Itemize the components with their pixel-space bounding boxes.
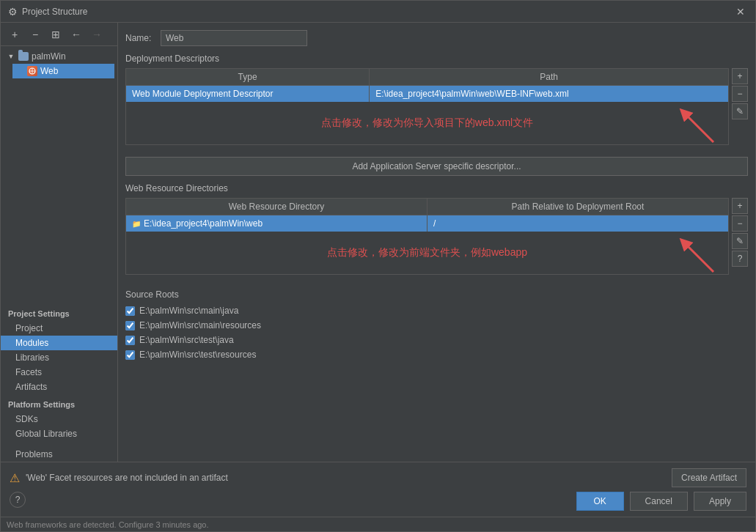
sidebar-item-artifacts[interactable]: Artifacts bbox=[1, 380, 117, 394]
deployment-descriptors-title: Deployment Descriptors bbox=[125, 53, 748, 64]
copy-button[interactable]: ⊞ bbox=[48, 26, 64, 43]
path-relative-cell: / bbox=[427, 215, 728, 232]
tree-child-label: Web bbox=[40, 66, 58, 76]
source-root-label-0: E:\palmWin\src\main\java bbox=[139, 306, 238, 316]
type-column-header: Type bbox=[126, 69, 370, 85]
web-resource-question-btn[interactable]: ? bbox=[732, 251, 748, 267]
path-relative-col-header: Path Relative to Deployment Root bbox=[427, 199, 728, 215]
name-input[interactable] bbox=[161, 30, 307, 46]
dialog-icon: ⚙ bbox=[8, 6, 18, 18]
warning-text: 'Web' Facet resources are not included i… bbox=[26, 473, 666, 483]
path-cell: E:\idea_project4\palmWin\web\WEB-INF\web… bbox=[370, 86, 728, 102]
web-resource-col-header: Web Resource Directory bbox=[126, 199, 427, 215]
name-field-row: Name: bbox=[125, 30, 748, 46]
create-artifact-button[interactable]: Create Artifact bbox=[672, 468, 746, 487]
web-resource-dir-cell: 📁 E:\idea_project4\palmWin\web bbox=[126, 215, 427, 232]
sidebar: + − ⊞ ← → ▼ palmWin bbox=[1, 23, 118, 462]
remove-button[interactable]: − bbox=[27, 26, 43, 43]
tree-child-web[interactable]: Web bbox=[12, 64, 114, 78]
svg-line-4 bbox=[684, 113, 713, 142]
sidebar-project-settings: Project Settings Project Modules Librari… bbox=[1, 303, 117, 394]
deployment-edit-btn[interactable]: ✎ bbox=[732, 103, 748, 119]
source-roots-section: Source Roots E:\palmWin\src\main\java E:… bbox=[125, 289, 748, 361]
web-resource-arrow-icon bbox=[677, 235, 721, 279]
tree-root-row[interactable]: ▼ palmWin bbox=[4, 49, 114, 64]
apply-button[interactable]: Apply bbox=[694, 492, 746, 511]
tree-child-indent bbox=[15, 67, 24, 75]
project-tree: ▼ palmWin Web bbox=[1, 46, 117, 81]
project-settings-header: Project Settings bbox=[1, 303, 117, 321]
add-button[interactable]: + bbox=[7, 26, 23, 43]
sidebar-item-problems[interactable]: Problems bbox=[1, 447, 117, 462]
deployment-table-header: Type Path bbox=[126, 69, 728, 86]
right-panel: Name: Deployment Descriptors Type Path W… bbox=[118, 23, 755, 462]
source-root-checkbox-1[interactable] bbox=[125, 321, 135, 330]
dialog-title: Project Structure bbox=[22, 7, 87, 17]
web-resource-remove-btn[interactable]: − bbox=[732, 215, 748, 232]
sidebar-platform-settings: Platform Settings SDKs Global Libraries bbox=[1, 394, 117, 441]
warning-row: ⚠ 'Web' Facet resources are not included… bbox=[10, 468, 746, 487]
sidebar-item-modules[interactable]: Modules bbox=[1, 336, 117, 350]
web-resource-add-btn[interactable]: + bbox=[732, 198, 748, 214]
svg-line-6 bbox=[684, 243, 713, 272]
deployment-table-row[interactable]: Web Module Deployment Descriptor E:\idea… bbox=[126, 86, 728, 102]
deployment-descriptors-wrapper: Type Path Web Module Deployment Descript… bbox=[125, 68, 748, 151]
cancel-button[interactable]: Cancel bbox=[630, 492, 688, 511]
web-resource-directories-wrapper: Web Resource Directory Path Relative to … bbox=[125, 198, 748, 281]
sidebar-item-sdks[interactable]: SDKs bbox=[1, 412, 117, 426]
web-resource-edit-btn[interactable]: ✎ bbox=[732, 233, 748, 249]
sidebar-item-project[interactable]: Project bbox=[1, 321, 117, 336]
bottom-bar: ⚠ 'Web' Facet resources are not included… bbox=[1, 462, 755, 517]
help-button[interactable]: ? bbox=[10, 492, 26, 508]
source-root-item-1: E:\palmWin\src\main\resources bbox=[125, 319, 748, 332]
project-structure-dialog: ⚙ Project Structure ✕ + − ⊞ ← → ▼ bbox=[0, 0, 756, 532]
folder-icon bbox=[18, 51, 29, 62]
back-button[interactable]: ← bbox=[68, 26, 84, 43]
source-root-checkbox-2[interactable] bbox=[125, 336, 135, 345]
web-resource-table-body: 📁 E:\idea_project4\palmWin\web / 点击修改，修改… bbox=[126, 215, 728, 274]
sidebar-toolbar: + − ⊞ ← → bbox=[1, 23, 117, 46]
web-resource-side-buttons: + − ✎ ? bbox=[732, 198, 748, 281]
sidebar-spacer bbox=[1, 81, 117, 303]
platform-settings-header: Platform Settings bbox=[1, 394, 117, 412]
title-bar: ⚙ Project Structure ✕ bbox=[1, 1, 755, 23]
source-root-label-1: E:\palmWin\src\main\resources bbox=[139, 320, 261, 330]
web-resource-directories-title: Web Resource Directories bbox=[125, 183, 748, 193]
source-root-label-2: E:\palmWin\src\test\java bbox=[139, 335, 234, 345]
forward-button[interactable]: → bbox=[89, 26, 105, 43]
source-root-label-3: E:\palmWin\src\test\resources bbox=[139, 350, 256, 360]
tree-children: Web bbox=[4, 64, 114, 78]
deployment-annotation-text: 点击修改，修改为你导入项目下的web.xml文件 bbox=[321, 117, 533, 130]
warning-icon: ⚠ bbox=[10, 471, 20, 485]
tree-expand-icon: ▼ bbox=[7, 52, 15, 61]
status-text: Web frameworks are detected. Configure 3… bbox=[7, 520, 209, 529]
deployment-table-body: Web Module Deployment Descriptor E:\idea… bbox=[126, 86, 728, 144]
sidebar-item-facets[interactable]: Facets bbox=[1, 365, 117, 380]
main-content: + − ⊞ ← → ▼ palmWin bbox=[1, 23, 755, 462]
web-resource-annotation: 点击修改，修改为前端文件夹，例如webapp bbox=[126, 232, 728, 274]
source-roots-list: E:\palmWin\src\main\java E:\palmWin\src\… bbox=[125, 304, 748, 361]
action-row: ? OK Cancel Apply bbox=[10, 492, 746, 511]
source-root-item-0: E:\palmWin\src\main\java bbox=[125, 304, 748, 317]
add-server-descriptor-button[interactable]: Add Application Server specific descript… bbox=[125, 157, 748, 176]
deployment-add-btn[interactable]: + bbox=[732, 68, 748, 84]
deployment-side-buttons: + − ✎ bbox=[732, 68, 748, 151]
web-resource-annotation-text: 点击修改，修改为前端文件夹，例如webapp bbox=[327, 246, 527, 259]
source-root-checkbox-3[interactable] bbox=[125, 350, 135, 360]
web-resource-table-header: Web Resource Directory Path Relative to … bbox=[126, 199, 728, 215]
source-roots-title: Source Roots bbox=[125, 289, 748, 300]
sidebar-problems: Problems bbox=[1, 441, 117, 462]
sidebar-item-global-libraries[interactable]: Global Libraries bbox=[1, 426, 117, 441]
type-cell: Web Module Deployment Descriptor bbox=[126, 86, 370, 102]
path-column-header: Path bbox=[370, 69, 728, 85]
deployment-descriptors-table: Type Path Web Module Deployment Descript… bbox=[125, 68, 729, 145]
source-root-item-2: E:\palmWin\src\test\java bbox=[125, 333, 748, 347]
ok-button[interactable]: OK bbox=[576, 492, 624, 511]
web-resource-table-row[interactable]: 📁 E:\idea_project4\palmWin\web / bbox=[126, 215, 728, 232]
status-bar: Web frameworks are detected. Configure 3… bbox=[1, 517, 755, 531]
close-button[interactable]: ✕ bbox=[733, 4, 748, 19]
deployment-remove-btn[interactable]: − bbox=[732, 86, 748, 102]
source-root-checkbox-0[interactable] bbox=[125, 306, 135, 316]
deployment-arrow-icon bbox=[677, 106, 721, 149]
sidebar-item-libraries[interactable]: Libraries bbox=[1, 350, 117, 365]
